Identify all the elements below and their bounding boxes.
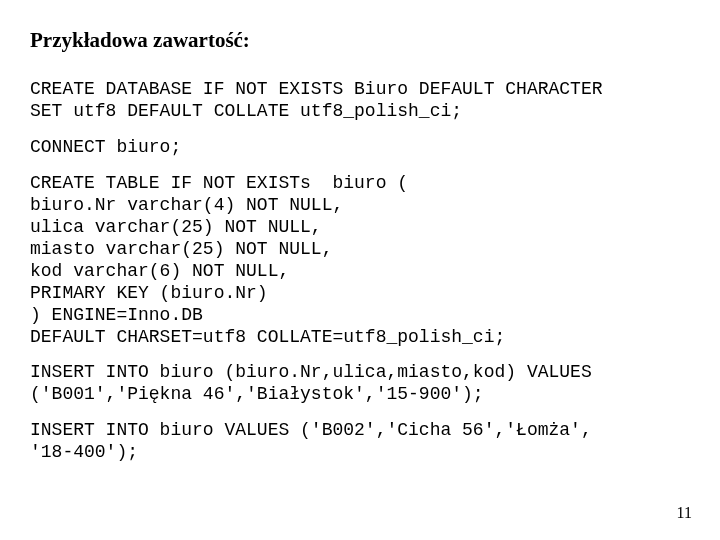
sql-create-database: CREATE DATABASE IF NOT EXISTS Biuro DEFA… (30, 79, 690, 123)
sql-connect: CONNECT biuro; (30, 137, 690, 159)
sql-create-table: CREATE TABLE IF NOT EXISTs biuro ( biuro… (30, 173, 690, 349)
page-heading: Przykładowa zawartość: (30, 28, 690, 53)
sql-insert-2: INSERT INTO biuro VALUES ('B002','Cicha … (30, 420, 690, 464)
sql-insert-1: INSERT INTO biuro (biuro.Nr,ulica,miasto… (30, 362, 690, 406)
document-page: Przykładowa zawartość: CREATE DATABASE I… (0, 0, 720, 540)
page-number: 11 (677, 504, 692, 522)
